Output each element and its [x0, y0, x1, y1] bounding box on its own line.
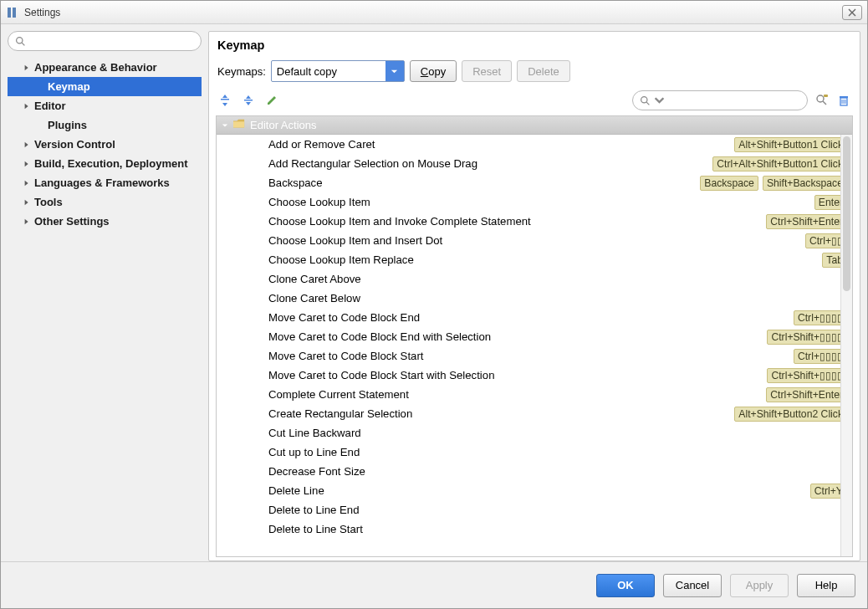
sidebar-item-label: Languages & Frameworks — [34, 177, 170, 189]
shortcut-badge: Ctrl+Shift+▯▯▯▯ — [767, 368, 847, 383]
cancel-button[interactable]: Cancel — [663, 574, 722, 597]
action-row[interactable]: BackspaceBackspaceShift+Backspace — [217, 173, 852, 192]
sidebar-item-other-settings[interactable]: Other Settings — [8, 212, 202, 231]
action-shortcuts: Ctrl+▯▯▯▯ — [794, 310, 847, 325]
action-name: Cut up to Line End — [268, 446, 847, 458]
action-row[interactable]: Move Caret to Code Block Start with Sele… — [217, 366, 852, 385]
action-row[interactable]: Delete to Line End — [217, 500, 852, 519]
action-name: Delete to Line End — [268, 504, 847, 516]
window-title: Settings — [24, 7, 837, 18]
action-shortcuts: Ctrl+Alt+Shift+Button1 Click — [712, 156, 847, 171]
keymaps-combo-value: Default copy — [272, 61, 385, 81]
action-name: Clone Caret Below — [268, 292, 847, 304]
action-row[interactable]: Cut Line Backward — [217, 423, 852, 443]
action-row[interactable]: Complete Current StatementCtrl+Shift+Ent… — [217, 385, 852, 404]
action-row[interactable]: Clone Caret Above — [217, 269, 852, 289]
keymaps-combo[interactable]: Default copy — [271, 60, 405, 82]
sidebar-item-keymap[interactable]: Keymap — [8, 77, 202, 96]
find-shortcut-icon[interactable] — [814, 93, 830, 108]
folder-icon — [233, 119, 245, 131]
shortcut-badge: Ctrl+Shift+Enter — [766, 387, 847, 402]
actions-search-input[interactable] — [632, 90, 808, 110]
delete-shortcut-icon[interactable] — [836, 93, 851, 108]
sidebar-item-label: Plugins — [48, 119, 87, 131]
apply-button[interactable]: Apply — [730, 574, 789, 597]
keymaps-combo-button[interactable] — [385, 61, 404, 81]
shortcut-badge: Ctrl+Shift+▯▯▯▯ — [767, 330, 847, 345]
action-shortcuts: Ctrl+Shift+Enter — [766, 387, 847, 402]
action-shortcuts: Ctrl+Shift+▯▯▯▯ — [767, 368, 847, 383]
reset-button[interactable]: Reset — [462, 60, 512, 82]
chevron-right-icon — [23, 218, 31, 226]
client-area: Appearance & BehaviorKeymapEditorPlugins… — [1, 24, 867, 561]
scrollbar[interactable] — [840, 135, 852, 556]
action-row[interactable]: Delete LineCtrl+Y — [217, 481, 852, 500]
sidebar-search-input[interactable] — [8, 31, 202, 51]
action-name: Move Caret to Code Block Start — [268, 350, 794, 362]
action-row[interactable]: Move Caret to Code Block StartCtrl+▯▯▯▯ — [217, 346, 852, 366]
toolbar-icons — [217, 93, 279, 108]
chevron-right-icon — [23, 141, 31, 149]
chevron-down-icon — [222, 119, 228, 131]
action-row[interactable]: Add Rectangular Selection on Mouse DragC… — [217, 154, 852, 173]
help-button[interactable]: Help — [797, 574, 855, 597]
chevron-right-icon — [23, 198, 31, 207]
search-icon — [640, 95, 651, 106]
action-shortcuts: Alt+Shift+Button2 Click — [734, 407, 847, 422]
action-row[interactable]: Choose Lookup Item and Insert DotCtrl+▯▯ — [217, 231, 852, 250]
action-row[interactable]: Choose Lookup Item and Invoke Complete S… — [217, 212, 852, 231]
copy-button[interactable]: Copy — [410, 60, 457, 82]
app-icon — [6, 6, 19, 19]
expand-all-icon[interactable] — [217, 93, 232, 108]
action-name: Delete Line — [268, 484, 810, 497]
action-shortcuts: Ctrl+▯▯▯▯ — [794, 349, 847, 364]
action-row[interactable]: Choose Lookup Item ReplaceTab — [217, 250, 852, 269]
action-row[interactable]: Cut up to Line End — [217, 443, 852, 462]
action-row[interactable]: Delete to Line Start — [217, 519, 852, 539]
action-name: Decrease Font Size — [268, 465, 847, 478]
sidebar-item-label: Version Control — [34, 138, 115, 151]
keymap-panel: Keymap Keymaps: Default copy Copy Reset … — [208, 31, 860, 561]
svg-rect-12 — [840, 96, 848, 98]
sidebar-item-label: Other Settings — [34, 215, 110, 228]
svg-rect-10 — [824, 95, 828, 97]
chevron-down-icon — [654, 95, 665, 106]
sidebar-item-appearance-behavior[interactable]: Appearance & Behavior — [8, 58, 202, 77]
sidebar-item-languages-frameworks[interactable]: Languages & Frameworks — [8, 173, 202, 192]
action-name: Move Caret to Code Block Start with Sele… — [268, 369, 767, 381]
keymaps-label: Keymaps: — [217, 65, 266, 78]
sidebar-item-plugins[interactable]: Plugins — [8, 115, 202, 135]
action-row[interactable]: Move Caret to Code Block End with Select… — [217, 327, 852, 346]
action-name: Add Rectangular Selection on Mouse Drag — [268, 157, 712, 170]
sidebar-search-field[interactable] — [31, 34, 194, 48]
collapse-all-icon[interactable] — [241, 93, 256, 108]
sidebar-item-editor[interactable]: Editor — [8, 96, 202, 115]
actions-list[interactable]: Add or Remove CaretAlt+Shift+Button1 Cli… — [217, 135, 852, 556]
action-row[interactable]: Create Rectangular SelectionAlt+Shift+Bu… — [217, 404, 852, 423]
sidebar-item-tools[interactable]: Tools — [8, 192, 202, 212]
edit-icon[interactable] — [264, 93, 279, 108]
sidebar-item-label: Editor — [34, 100, 66, 112]
sidebar-item-version-control[interactable]: Version Control — [8, 135, 202, 154]
action-row[interactable]: Choose Lookup ItemEnter — [217, 192, 852, 212]
actions-search-field[interactable] — [668, 94, 800, 107]
action-name: Move Caret to Code Block End — [268, 311, 794, 324]
group-label: Editor Actions — [250, 119, 317, 131]
sidebar-item-build-execution-deployment[interactable]: Build, Execution, Deployment — [8, 154, 202, 173]
action-name: Move Caret to Code Block End with Select… — [268, 330, 767, 343]
sidebar-item-label: Tools — [34, 196, 63, 208]
delete-button[interactable]: Delete — [517, 60, 570, 82]
editor-actions-group-header[interactable]: Editor Actions — [217, 116, 852, 135]
sidebar: Appearance & BehaviorKeymapEditorPlugins… — [8, 31, 202, 561]
scrollbar-thumb[interactable] — [843, 136, 850, 291]
svg-rect-1 — [13, 8, 16, 18]
action-row[interactable]: Decrease Font Size — [217, 462, 852, 481]
action-row[interactable]: Add or Remove CaretAlt+Shift+Button1 Cli… — [217, 135, 852, 154]
action-row[interactable]: Clone Caret Below — [217, 289, 852, 308]
ok-button[interactable]: OK — [596, 574, 655, 597]
action-name: Create Rectangular Selection — [268, 407, 734, 420]
window-close-button[interactable] — [842, 5, 862, 20]
shortcut-badge: Ctrl+Alt+Shift+Button1 Click — [712, 156, 847, 171]
action-row[interactable]: Move Caret to Code Block EndCtrl+▯▯▯▯ — [217, 308, 852, 327]
shortcut-badge: Alt+Shift+Button2 Click — [734, 407, 847, 422]
